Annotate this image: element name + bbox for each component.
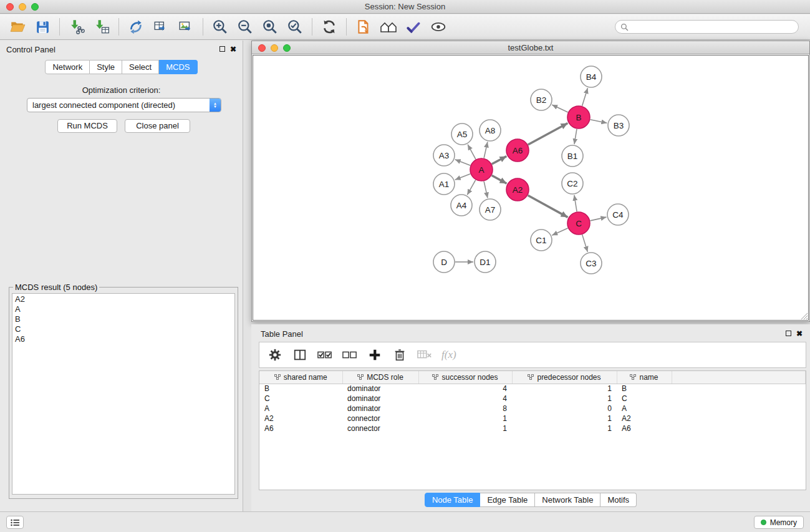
task-history-button[interactable] bbox=[6, 516, 24, 529]
import-table-button[interactable] bbox=[89, 16, 114, 37]
edge-B-B4[interactable] bbox=[582, 88, 588, 106]
select-all-button[interactable] bbox=[317, 347, 333, 363]
optimization-criterion-dropdown[interactable]: largest connected component (directed) ▲… bbox=[27, 98, 221, 112]
tab-network-table[interactable]: Network Table bbox=[535, 493, 600, 507]
column-header-predecessor-nodes[interactable]: predecessor nodes bbox=[512, 371, 617, 384]
close-panel-button[interactable]: Close panel bbox=[125, 119, 190, 133]
node-A1[interactable]: A1 bbox=[433, 173, 455, 195]
edge-A-A5[interactable] bbox=[468, 145, 476, 160]
mcds-result-item[interactable]: A bbox=[15, 304, 232, 314]
table-float-panel-icon[interactable] bbox=[786, 329, 791, 338]
node-D[interactable]: D bbox=[433, 251, 455, 273]
node-A6[interactable]: A6 bbox=[506, 139, 529, 162]
tab-mcds[interactable]: MCDS bbox=[159, 60, 197, 74]
node-A2[interactable]: A2 bbox=[506, 178, 529, 201]
node-B1[interactable]: B1 bbox=[562, 145, 583, 167]
table-row[interactable]: A6connector11A6 bbox=[259, 423, 806, 433]
node-A3[interactable]: A3 bbox=[433, 145, 455, 166]
home-layout-button[interactable] bbox=[376, 16, 401, 37]
edge-A-A1[interactable] bbox=[455, 174, 471, 180]
node-table-container[interactable]: shared nameMCDS rolesuccessor nodesprede… bbox=[259, 370, 806, 490]
mcds-result-item[interactable]: A6 bbox=[15, 334, 232, 344]
network-tools-button[interactable] bbox=[123, 16, 148, 37]
mcds-result-item[interactable]: C bbox=[15, 324, 232, 334]
edge-C-C1[interactable] bbox=[552, 228, 567, 235]
add-column-button[interactable] bbox=[367, 347, 383, 363]
node-B4[interactable]: B4 bbox=[581, 66, 602, 87]
run-mcds-button[interactable]: Run MCDS bbox=[57, 119, 117, 133]
table-close-panel-icon[interactable]: ✖ bbox=[796, 329, 803, 338]
column-header-shared-name[interactable]: shared name bbox=[259, 371, 342, 384]
refresh-button[interactable] bbox=[317, 16, 342, 37]
tab-node-table[interactable]: Node Table bbox=[425, 493, 481, 507]
save-session-button[interactable] bbox=[30, 16, 55, 37]
open-session-button[interactable] bbox=[5, 16, 30, 37]
edge-B-B1[interactable] bbox=[574, 129, 577, 144]
zoom-fit-button[interactable] bbox=[258, 16, 282, 37]
table-row[interactable]: Bdominator41B bbox=[259, 384, 806, 394]
tab-network[interactable]: Network bbox=[45, 60, 90, 74]
zoom-selected-button[interactable] bbox=[282, 16, 307, 37]
edge-A-A4[interactable] bbox=[467, 180, 475, 195]
node-A8[interactable]: A8 bbox=[480, 120, 501, 141]
table-row[interactable]: A2connector11A2 bbox=[259, 414, 806, 423]
edge-B-B3[interactable] bbox=[591, 120, 607, 123]
edge-A-A8[interactable] bbox=[484, 142, 488, 158]
show-hide-button[interactable] bbox=[426, 16, 451, 37]
zoom-out-button[interactable] bbox=[233, 16, 258, 37]
memory-button[interactable]: Memory bbox=[754, 516, 804, 529]
node-B3[interactable]: B3 bbox=[608, 115, 629, 136]
tab-select[interactable]: Select bbox=[122, 60, 159, 74]
export-table-button[interactable] bbox=[148, 16, 173, 37]
search-field[interactable] bbox=[615, 20, 799, 34]
edge-A-A3[interactable] bbox=[455, 160, 471, 165]
edge-C-C4[interactable] bbox=[591, 217, 607, 221]
show-columns-button[interactable] bbox=[292, 347, 308, 363]
resize-grip-icon[interactable] bbox=[799, 311, 808, 320]
open-recent-button[interactable] bbox=[351, 16, 376, 37]
node-C[interactable]: C bbox=[567, 212, 590, 235]
mcds-result-list[interactable]: A2ABCA6 bbox=[12, 293, 235, 495]
edge-B-B2[interactable] bbox=[552, 105, 568, 112]
mcds-result-item[interactable]: A2 bbox=[15, 294, 232, 304]
mcds-result-item[interactable]: B bbox=[15, 314, 232, 324]
export-image-button[interactable] bbox=[173, 16, 198, 37]
edge-A-A2[interactable] bbox=[492, 175, 507, 183]
close-panel-icon[interactable]: ✖ bbox=[230, 45, 236, 54]
deselect-all-button[interactable] bbox=[342, 347, 358, 363]
tab-edge-table[interactable]: Edge Table bbox=[480, 493, 535, 507]
node-D1[interactable]: D1 bbox=[475, 251, 496, 273]
edge-A-A6[interactable] bbox=[492, 156, 507, 164]
node-C2[interactable]: C2 bbox=[562, 173, 583, 194]
edge-A2-C[interactable] bbox=[528, 195, 568, 217]
node-A4[interactable]: A4 bbox=[451, 195, 472, 216]
table-row[interactable]: Cdominator41C bbox=[259, 394, 806, 404]
import-network-button[interactable] bbox=[64, 16, 89, 37]
tab-motifs[interactable]: Motifs bbox=[600, 493, 637, 507]
edge-A-A7[interactable] bbox=[484, 181, 488, 198]
table-row[interactable]: Adominator80A bbox=[259, 404, 806, 414]
node-C3[interactable]: C3 bbox=[581, 253, 602, 274]
node-B[interactable]: B bbox=[567, 106, 590, 128]
node-B2[interactable]: B2 bbox=[531, 89, 552, 110]
tab-style[interactable]: Style bbox=[90, 60, 122, 74]
float-panel-icon[interactable] bbox=[219, 45, 225, 54]
node-A7[interactable]: A7 bbox=[480, 199, 501, 220]
edge-A6-B[interactable] bbox=[528, 123, 568, 145]
delete-column-button[interactable] bbox=[392, 347, 408, 363]
search-input[interactable] bbox=[632, 22, 793, 32]
network-graph[interactable]: B4B2BB3A5A8A6A3AB1A1A2C2A4A7C4CC1C3DD1 bbox=[253, 56, 809, 322]
network-canvas[interactable]: B4B2BB3A5A8A6A3AB1A1A2C2A4A7C4CC1C3DD1 bbox=[253, 55, 809, 321]
node-A5[interactable]: A5 bbox=[451, 123, 473, 145]
node-C1[interactable]: C1 bbox=[531, 230, 552, 251]
apply-style-button[interactable] bbox=[401, 16, 426, 37]
column-header-MCDS-role[interactable]: MCDS role bbox=[342, 371, 418, 384]
column-header-successor-nodes[interactable]: successor nodes bbox=[418, 371, 512, 384]
table-settings-button[interactable] bbox=[267, 347, 283, 363]
edge-C-C3[interactable] bbox=[582, 235, 588, 252]
delete-table-button[interactable] bbox=[417, 347, 433, 363]
node-C4[interactable]: C4 bbox=[607, 204, 629, 225]
edge-C-C2[interactable] bbox=[574, 195, 577, 211]
zoom-in-button[interactable] bbox=[208, 16, 233, 37]
column-header-name[interactable]: name bbox=[617, 371, 672, 384]
